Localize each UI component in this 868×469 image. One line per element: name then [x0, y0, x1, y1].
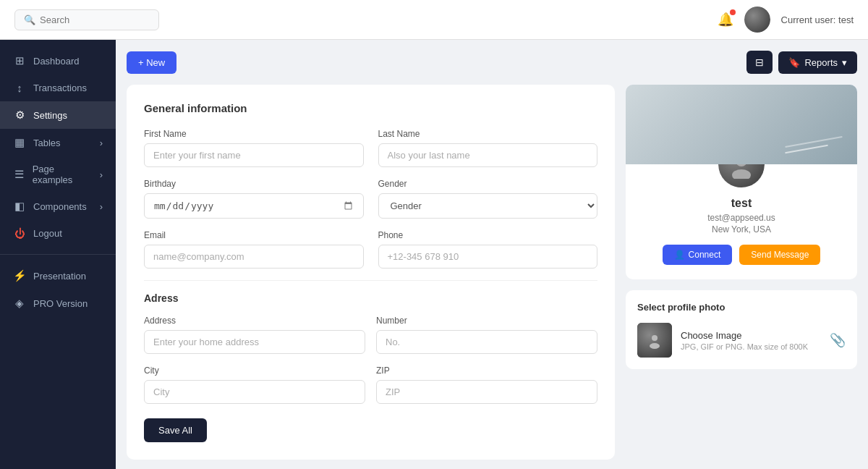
- sidebar: ⊞ Dashboard ↕ Transactions ⚙ Settings ▦ …: [0, 40, 116, 469]
- logout-icon: ⏻: [13, 227, 26, 240]
- tables-icon: ▦: [13, 136, 26, 149]
- avatar: [744, 7, 770, 33]
- content-area: + New ⊟ 🔖 Reports ▾ General information: [116, 40, 868, 469]
- photo-upload-row: Choose Image JPG, GIF or PNG. Max size o…: [637, 323, 846, 358]
- zip-group: ZIP: [376, 366, 597, 404]
- photo-card: Select profile photo: [626, 290, 857, 369]
- search-input[interactable]: [40, 14, 150, 25]
- connect-button[interactable]: 👤 Connect: [663, 245, 733, 265]
- svg-point-1: [732, 169, 751, 179]
- cover-image: [626, 85, 857, 164]
- city-zip-row: City ZIP: [144, 366, 597, 404]
- profile-card: test test@appseed.us New York, USA 👤 Con…: [626, 85, 857, 279]
- action-bar: + New ⊟ 🔖 Reports ▾: [127, 51, 857, 74]
- sidebar-item-components[interactable]: ◧ Components ›: [0, 193, 116, 220]
- current-user-label: Current user: test: [781, 14, 854, 25]
- birthday-gender-row: Birthday Gender Gender Male Female Other: [144, 179, 597, 219]
- profile-location: New York, USA: [640, 224, 843, 234]
- birthday-input[interactable]: [144, 193, 364, 219]
- reports-dropdown-icon: ▾: [842, 57, 847, 68]
- sidebar-item-page-examples[interactable]: ☰ Page examples ›: [0, 156, 116, 193]
- components-icon: ◧: [13, 200, 26, 213]
- sidebar-label-page-examples: Page examples: [33, 164, 93, 185]
- search-icon: 🔍: [24, 14, 35, 25]
- main-layout: ⊞ Dashboard ↕ Transactions ⚙ Settings ▦ …: [0, 40, 868, 469]
- svg-point-3: [650, 343, 660, 349]
- first-name-input[interactable]: [144, 143, 364, 167]
- tables-arrow-icon: ›: [100, 138, 103, 148]
- new-button[interactable]: + New: [127, 51, 176, 74]
- phone-group: Phone: [378, 230, 598, 269]
- address-section-title: Adress: [144, 292, 597, 304]
- connect-icon: 👤: [674, 250, 685, 260]
- action-right: ⊟ 🔖 Reports ▾: [746, 51, 857, 74]
- first-name-label: First Name: [144, 129, 364, 139]
- sidebar-item-logout[interactable]: ⏻ Logout: [0, 220, 116, 247]
- notification-button[interactable]: 🔔: [718, 12, 733, 28]
- city-label: City: [144, 366, 365, 376]
- dashboard-icon: ⊞: [13, 54, 26, 67]
- save-all-button[interactable]: Save All: [144, 418, 207, 442]
- city-group: City: [144, 366, 365, 404]
- number-label: Number: [376, 316, 597, 326]
- email-input[interactable]: [144, 245, 364, 269]
- reports-label: Reports: [804, 57, 838, 68]
- last-name-label: Last Name: [378, 129, 598, 139]
- last-name-input[interactable]: [378, 143, 598, 167]
- sidebar-label-transactions: Transactions: [33, 83, 87, 93]
- zip-label: ZIP: [376, 366, 597, 376]
- first-name-group: First Name: [144, 129, 364, 167]
- connect-label: Connect: [689, 250, 721, 260]
- bookmark-icon: 🔖: [788, 57, 800, 68]
- sidebar-item-presentation[interactable]: ⚡ Presentation: [0, 262, 116, 290]
- profile-cover: [626, 85, 857, 164]
- address-label: Address: [144, 316, 365, 326]
- number-group: Number: [376, 316, 597, 354]
- search-box[interactable]: 🔍: [14, 9, 159, 30]
- components-arrow-icon: ›: [100, 201, 103, 212]
- city-input[interactable]: [144, 380, 365, 404]
- paperclip-icon: 📎: [830, 332, 846, 348]
- email-phone-row: Email Phone: [144, 230, 597, 269]
- sidebar-item-tables[interactable]: ▦ Tables ›: [0, 129, 116, 156]
- main-content: General information First Name Last Name: [127, 85, 857, 460]
- grid-view-button[interactable]: ⊟: [746, 51, 773, 74]
- sidebar-item-transactions[interactable]: ↕ Transactions: [0, 75, 116, 101]
- app-container: 🔍 🔔 Current user: test ⊞ Dashboard ↕ Tra…: [0, 0, 868, 469]
- address-number-row: Address Number: [144, 316, 597, 354]
- sidebar-label-pro-version: PRO Version: [33, 298, 88, 309]
- sidebar-item-settings[interactable]: ⚙ Settings: [0, 101, 116, 129]
- reports-button[interactable]: 🔖 Reports ▾: [778, 51, 857, 74]
- sidebar-label-tables: Tables: [33, 138, 61, 148]
- sidebar-label-presentation: Presentation: [33, 271, 86, 282]
- top-bar: 🔍 🔔 Current user: test: [0, 0, 868, 40]
- sidebar-label-logout: Logout: [33, 228, 62, 239]
- svg-point-2: [652, 335, 658, 341]
- gender-select[interactable]: Gender Male Female Other: [378, 193, 598, 219]
- profile-actions: 👤 Connect Send Message: [640, 245, 843, 265]
- settings-icon: ⚙: [13, 109, 26, 122]
- address-input[interactable]: [144, 330, 365, 354]
- photo-thumbnail: [637, 323, 672, 358]
- sidebar-label-dashboard: Dashboard: [33, 56, 80, 67]
- sidebar-item-pro-version[interactable]: ◈ PRO Version: [0, 290, 116, 317]
- sidebar-divider: [0, 254, 116, 255]
- address-group: Address: [144, 316, 365, 354]
- name-row: First Name Last Name: [144, 129, 597, 167]
- top-right: 🔔 Current user: test: [718, 7, 854, 33]
- photo-title: Select profile photo: [637, 302, 846, 313]
- phone-input[interactable]: [378, 245, 598, 269]
- photo-upload-info: Choose Image JPG, GIF or PNG. Max size o…: [681, 330, 821, 351]
- section-divider: [144, 280, 597, 281]
- number-input[interactable]: [376, 330, 597, 354]
- zip-input[interactable]: [376, 380, 597, 404]
- page-examples-icon: ☰: [13, 168, 25, 181]
- transactions-icon: ↕: [13, 82, 26, 94]
- choose-image-label: Choose Image: [681, 330, 821, 341]
- pro-version-icon: ◈: [13, 297, 26, 310]
- sidebar-item-dashboard[interactable]: ⊞ Dashboard: [0, 47, 116, 75]
- image-hint: JPG, GIF or PNG. Max size of 800K: [681, 342, 821, 351]
- birthday-group: Birthday: [144, 179, 364, 219]
- send-message-button[interactable]: Send Message: [739, 245, 820, 265]
- notification-dot: [730, 9, 736, 15]
